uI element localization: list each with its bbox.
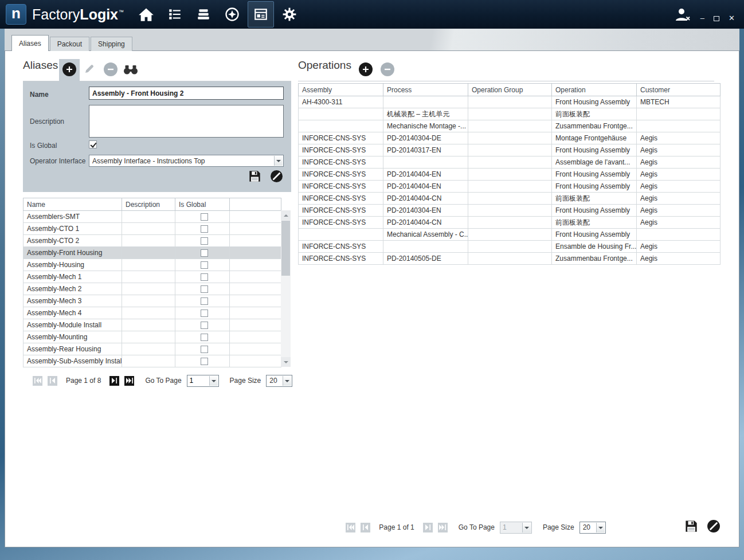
operation-name-cell[interactable]: Front Housing Assembly <box>552 229 637 241</box>
operation-group-cell[interactable] <box>468 205 552 217</box>
tab[interactable]: Packout <box>50 37 89 51</box>
tab[interactable]: Aliases <box>11 35 49 51</box>
chevron-down-icon[interactable] <box>596 523 605 532</box>
alias-name-cell[interactable]: Assembly-Front Housing <box>24 247 122 259</box>
operation-assembly-cell[interactable]: INFORCE-CNS-SYS <box>299 253 383 265</box>
column-header-name[interactable]: Name <box>24 198 122 211</box>
is-global-row-checkbox[interactable] <box>201 346 208 353</box>
alias-description-cell[interactable] <box>122 211 175 223</box>
operation-row[interactable]: INFORCE-CNS-SYS PD-20140404-CN 前面板装配 Aeg… <box>299 217 720 229</box>
operation-name-cell[interactable]: Front Housing Assembly <box>552 181 637 193</box>
operation-process-cell[interactable]: PD-20140505-DE <box>383 253 468 265</box>
column-header-operation[interactable]: Operation <box>552 84 637 96</box>
alias-name-cell[interactable]: Assembly-Mech 1 <box>24 271 122 283</box>
cancel-operations-button[interactable] <box>707 519 720 533</box>
operation-process-cell[interactable]: PD-20140404-EN <box>383 169 468 181</box>
operation-group-cell[interactable] <box>468 181 552 193</box>
operation-group-cell[interactable] <box>468 108 552 120</box>
operation-customer-cell[interactable]: Aegis <box>637 205 720 217</box>
alias-description-cell[interactable] <box>122 259 175 271</box>
operation-row[interactable]: 机械装配 – 主机单元 前面板装配 <box>299 108 720 120</box>
alias-name-cell[interactable]: Assemblers-SMT <box>24 211 122 223</box>
first-page-button[interactable] <box>346 523 355 532</box>
last-page-button[interactable] <box>124 376 134 386</box>
reports-nav-button[interactable] <box>248 1 274 28</box>
alias-row[interactable]: Assembly-Mech 1 <box>24 271 281 283</box>
operation-assembly-cell[interactable]: INFORCE-CNS-SYS <box>299 217 383 229</box>
alias-name-cell[interactable]: Assembly-Mounting <box>24 331 122 343</box>
next-page-button[interactable] <box>109 376 119 386</box>
operation-process-cell[interactable]: PD-20140404-CN <box>383 193 468 205</box>
operation-group-cell[interactable] <box>468 229 552 241</box>
is-global-row-checkbox[interactable] <box>201 297 208 305</box>
is-global-row-checkbox[interactable] <box>201 334 208 341</box>
alias-name-cell[interactable]: Assembly-Rear Housing <box>24 343 122 355</box>
is-global-row-checkbox[interactable] <box>201 322 208 329</box>
alias-row[interactable]: Assembly-Mech 3 <box>24 295 281 307</box>
is-global-row-checkbox[interactable] <box>201 261 208 269</box>
operation-name-cell[interactable]: Montage Frontgehäuse <box>552 132 637 144</box>
operation-process-cell[interactable]: Mechanische Montage -... <box>383 120 468 132</box>
operation-name-cell[interactable]: Front Housing Assembly <box>552 144 637 156</box>
alias-name-cell[interactable]: Assembly-Mech 2 <box>24 283 122 295</box>
chevron-down-icon[interactable] <box>283 376 291 386</box>
operation-group-cell[interactable] <box>468 217 552 229</box>
alias-name-cell[interactable]: Assembly-Mech 3 <box>24 295 122 307</box>
is-global-row-checkbox[interactable] <box>201 358 208 365</box>
operation-assembly-cell[interactable]: INFORCE-CNS-SYS <box>299 132 383 144</box>
operation-group-cell[interactable] <box>468 193 552 205</box>
aliases-scrollbar[interactable] <box>281 210 291 367</box>
operation-customer-cell[interactable]: Aegis <box>637 181 720 193</box>
operation-group-cell[interactable] <box>468 96 552 108</box>
scroll-down-icon[interactable] <box>281 357 291 367</box>
operation-assembly-cell[interactable]: AH-4300-311 <box>299 96 383 108</box>
chevron-down-icon[interactable] <box>209 376 218 386</box>
is-global-row-checkbox[interactable] <box>201 213 208 221</box>
operation-process-cell[interactable] <box>383 241 468 253</box>
operation-customer-cell[interactable] <box>637 229 720 241</box>
home-nav-button[interactable] <box>133 1 159 28</box>
column-header-customer[interactable]: Customer <box>637 84 720 96</box>
operation-row[interactable]: INFORCE-CNS-SYS Assemblage de l'avant...… <box>299 156 720 169</box>
operation-process-cell[interactable]: PD-20140404-EN <box>383 181 468 193</box>
column-header-is-global[interactable]: Is Global <box>175 198 230 211</box>
tab[interactable]: Shipping <box>91 37 132 51</box>
name-input[interactable] <box>89 87 284 100</box>
description-input[interactable] <box>89 105 284 138</box>
operation-name-cell[interactable]: Front Housing Assembly <box>552 96 637 108</box>
operation-group-cell[interactable] <box>468 144 552 156</box>
operation-row[interactable]: INFORCE-CNS-SYS PD-20140304-EN Front Hou… <box>299 205 720 217</box>
operation-name-cell[interactable]: Front Housing Assembly <box>552 205 637 217</box>
operation-process-cell[interactable]: PD-20140304-EN <box>383 205 468 217</box>
edit-alias-button[interactable] <box>84 63 95 75</box>
operation-name-cell[interactable]: Front Housing Assembly <box>552 169 637 181</box>
operation-assembly-cell[interactable] <box>299 108 383 120</box>
materials-nav-button[interactable] <box>190 1 217 28</box>
operation-row[interactable]: INFORCE-CNS-SYS Ensamble de Housing Fr..… <box>299 241 720 253</box>
operation-assembly-cell[interactable]: INFORCE-CNS-SYS <box>299 156 383 169</box>
remove-alias-button[interactable] <box>104 62 118 76</box>
operation-customer-cell[interactable]: Aegis <box>637 144 720 156</box>
alias-name-cell[interactable]: Assembly-Mech 4 <box>24 307 122 319</box>
save-alias-button[interactable] <box>249 170 261 182</box>
alias-row[interactable]: Assembly-Module Install <box>24 319 281 331</box>
alias-description-cell[interactable] <box>122 331 175 343</box>
is-global-row-checkbox[interactable] <box>201 237 208 245</box>
column-header-operation-group[interactable]: Operation Group <box>468 84 552 96</box>
operation-group-cell[interactable] <box>468 169 552 181</box>
operation-row[interactable]: INFORCE-CNS-SYS PD-20140505-DE Zusammenb… <box>299 253 720 265</box>
operation-customer-cell[interactable]: Aegis <box>637 241 720 253</box>
settings-nav-button[interactable] <box>276 1 303 28</box>
is-global-row-checkbox[interactable] <box>201 273 208 281</box>
alias-description-cell[interactable] <box>122 343 175 355</box>
cancel-alias-button[interactable] <box>270 170 283 183</box>
operation-assembly-cell[interactable]: INFORCE-CNS-SYS <box>299 169 383 181</box>
operation-customer-cell[interactable]: Aegis <box>637 193 720 205</box>
alias-row[interactable]: Assemblers-SMT <box>24 211 281 223</box>
operation-group-cell[interactable] <box>468 120 552 132</box>
operation-assembly-cell[interactable]: INFORCE-CNS-SYS <box>299 241 383 253</box>
operation-customer-cell[interactable]: Aegis <box>637 253 720 265</box>
alias-description-cell[interactable] <box>122 319 175 331</box>
find-alias-button[interactable] <box>123 65 138 75</box>
alias-description-cell[interactable] <box>122 283 175 295</box>
